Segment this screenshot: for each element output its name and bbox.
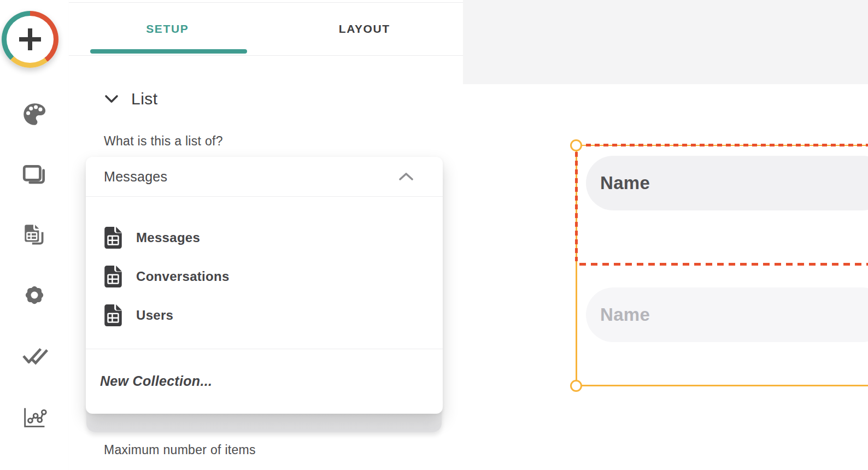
data-collections-button[interactable] [20, 221, 49, 250]
tab-setup-label: SETUP [146, 22, 189, 36]
collection-select-header[interactable]: Messages [86, 157, 443, 197]
collection-option-messages[interactable]: Messages [86, 225, 443, 251]
spreadsheet-icon [104, 226, 122, 249]
data-sheet-icon [21, 222, 48, 249]
collection-option-label: Messages [136, 230, 200, 245]
screens-button[interactable] [20, 161, 49, 190]
spreadsheet-icon [104, 304, 122, 327]
new-collection-option[interactable]: New Collection... [86, 362, 443, 400]
section-title: List [131, 90, 158, 108]
tab-layout-label: LAYOUT [339, 22, 390, 36]
collection-option-label: Conversations [136, 269, 230, 284]
new-collection-label: New Collection... [100, 373, 212, 389]
active-tab-underline [90, 49, 247, 54]
selection-handle-top[interactable] [570, 139, 582, 151]
selected-collection-label: Messages [104, 169, 167, 185]
add-component-button[interactable] [2, 11, 58, 68]
design-canvas: Name Name [463, 0, 868, 470]
spreadsheet-icon [104, 265, 122, 288]
name-field-value: Name [600, 173, 650, 193]
tab-layout[interactable]: LAYOUT [266, 3, 464, 55]
insertion-dash-left [575, 152, 578, 261]
name-field-placeholder: Name [600, 304, 650, 325]
list-section-toggle[interactable]: List [104, 87, 158, 110]
gear-icon [20, 281, 49, 309]
palette-icon [21, 101, 48, 128]
left-icon-rail [0, 0, 69, 470]
max-items-label: Maximum number of items [104, 443, 256, 457]
settings-button[interactable] [20, 281, 49, 309]
list-item-name-field[interactable]: Name [586, 156, 868, 210]
collection-option-conversations[interactable]: Conversations [86, 263, 443, 290]
collection-option-users[interactable]: Users [86, 302, 443, 328]
plus-icon [7, 16, 54, 63]
analytics-button[interactable] [20, 403, 49, 431]
tab-setup[interactable]: SETUP [69, 3, 266, 55]
chevron-down-icon [104, 94, 119, 104]
list-item-name-field-placeholder[interactable]: Name [586, 287, 868, 342]
chevron-up-icon [398, 171, 414, 182]
panel-tabbar: SETUP LAYOUT [69, 2, 463, 56]
insertion-dash-middle [579, 263, 868, 266]
canvas-background-band [463, 0, 868, 84]
selection-handle-bottom[interactable] [570, 380, 582, 392]
list-source-question-label: What is this a list of? [104, 134, 223, 149]
collection-dropdown: Messages Messages [86, 157, 443, 414]
theme-palette-button[interactable] [20, 100, 49, 128]
dropdown-divider [86, 349, 443, 349]
component-settings-panel: SETUP LAYOUT List What is this a list of… [69, 0, 464, 470]
analytics-chart-icon [20, 403, 49, 431]
double-check-icon [20, 341, 49, 369]
tests-button[interactable] [20, 341, 49, 369]
selection-border-bottom [576, 385, 868, 386]
screens-icon [21, 162, 48, 189]
insertion-dash-top [586, 144, 868, 146]
app-builder-window: SETUP LAYOUT List What is this a list of… [0, 0, 868, 470]
collection-option-label: Users [136, 308, 173, 323]
